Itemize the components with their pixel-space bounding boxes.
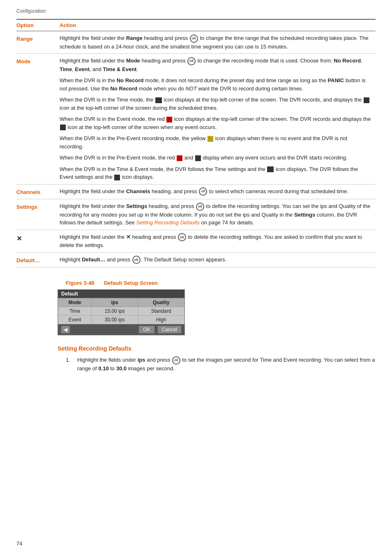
- numbered-list: 1. Highlight the fields under ips and pr…: [66, 356, 376, 372]
- action-paragraph: Highlight the field under the Range head…: [60, 34, 371, 51]
- list-item: 1. Highlight the fields under ips and pr…: [66, 356, 376, 372]
- col-action-header: Action: [60, 19, 376, 31]
- figure-screen: Default Mode ips Quality Time 15.00 ips …: [58, 289, 185, 335]
- figure-title: Figure 3-48 Default Setup Screen: [58, 280, 376, 286]
- fig-cell: Event: [58, 316, 92, 324]
- figure-screen-footer: ◀ OK Cancel: [58, 324, 184, 335]
- fig-col-mode: Mode: [58, 298, 92, 307]
- event-red-icon: [166, 117, 172, 122]
- action-paragraph: When the DVR is in the Time & Event mode…: [60, 165, 371, 181]
- ok-icon: ok: [190, 35, 198, 43]
- step-number: 1.: [66, 356, 73, 372]
- table-row: Default… Highlight Default… and press ok…: [16, 252, 376, 268]
- action-cell: Highlight the field under the Mode headi…: [60, 54, 376, 185]
- action-paragraph: Highlight the field under the ✕ heading …: [60, 233, 371, 249]
- action-cell: Highlight the field under the ✕ heading …: [60, 230, 376, 252]
- back-button[interactable]: ◀: [61, 326, 70, 333]
- time-event-t-icon: [267, 166, 274, 172]
- option-label: Channels: [16, 184, 60, 199]
- record-icon: [364, 97, 369, 103]
- ok-icon: ok: [132, 256, 141, 264]
- action-paragraph: Highlight the field under the Settings h…: [60, 202, 371, 227]
- breadcrumb: Configuration: [16, 8, 376, 14]
- pre-event-yellow-icon: [208, 136, 213, 142]
- fig-cell: 15.00 ips: [92, 307, 138, 316]
- action-paragraph: When the DVR is in the No Record mode, i…: [60, 76, 371, 92]
- fig-cell: Standard: [138, 307, 184, 316]
- ok-icon: ok: [178, 233, 186, 241]
- option-label: Mode: [16, 54, 60, 185]
- action-cell: Highlight Default… and press ok. The Def…: [60, 252, 376, 268]
- figure-label: Figure 3-48: [66, 280, 94, 286]
- figure-caption: Default Setup Screen: [104, 280, 158, 286]
- ok-icon: ok: [199, 187, 207, 196]
- action-paragraph: When the DVR is in the Pre-Event mode, t…: [60, 154, 371, 162]
- ok-icon: ok: [172, 356, 180, 365]
- option-label: Range: [16, 31, 60, 54]
- action-paragraph: Highlight Default… and press ok. The Def…: [60, 256, 371, 264]
- action-cell: Highlight the field under the Settings h…: [60, 199, 376, 230]
- option-label: Default…: [16, 252, 60, 268]
- fig-row-time: Time 15.00 ips Standard: [58, 307, 184, 316]
- section-heading: Setting Recording Defaults: [58, 345, 376, 352]
- fig-row-event: Event 30.00 ips High: [58, 316, 184, 324]
- ok-icon: ok: [187, 57, 196, 65]
- figure-screen-table: Mode ips Quality Time 15.00 ips Standard…: [58, 298, 184, 324]
- x-mark: ✕: [16, 235, 22, 242]
- page-number: 74: [16, 540, 22, 547]
- table-row: Range Highlight the field under the Rang…: [16, 31, 376, 54]
- record-icon: [60, 125, 66, 130]
- fig-col-quality: Quality: [138, 298, 184, 307]
- table-row: ✕ Highlight the field under the ✕ headin…: [16, 230, 376, 252]
- option-label: Settings: [16, 199, 60, 230]
- pre-event-red-icon: [177, 155, 182, 161]
- fig-cell: High: [138, 316, 184, 324]
- action-paragraph: Highlight the field under the Mode headi…: [60, 57, 371, 73]
- time-icon: [155, 97, 162, 103]
- ok-button[interactable]: OK: [139, 326, 154, 333]
- cancel-button[interactable]: Cancel: [158, 326, 181, 333]
- fig-cell: Time: [58, 307, 92, 316]
- step-text: Highlight the fields under ips and press…: [77, 356, 376, 372]
- table-row: Mode Highlight the field under the Mode …: [16, 54, 376, 185]
- pre-event-blk-icon: [195, 155, 201, 161]
- time-event-blk-icon: [114, 175, 120, 180]
- fig-cell: 30.00 ips: [92, 316, 138, 324]
- action-paragraph: When the DVR is in the Time mode, the ic…: [60, 96, 371, 112]
- action-paragraph: Highlight the field under the Channels h…: [60, 187, 371, 196]
- action-cell: Highlight the field under the Range head…: [60, 31, 376, 54]
- action-paragraph: When the DVR is in the Pre-Event recordi…: [60, 134, 371, 150]
- action-paragraph: When the DVR is in the Event mode, the r…: [60, 115, 371, 131]
- figure-section: Figure 3-48 Default Setup Screen Default…: [58, 280, 376, 335]
- option-label: ✕: [16, 230, 60, 252]
- settings-link[interactable]: Setting Recording Defaults: [136, 219, 200, 226]
- figure-screen-header: Default: [58, 290, 184, 298]
- ok-icon: ok: [196, 203, 204, 211]
- action-cell: Highlight the field under the Channels h…: [60, 184, 376, 199]
- main-table: Option Action Range Highlight the field …: [16, 19, 376, 268]
- table-row: Settings Highlight the field under the S…: [16, 199, 376, 230]
- table-row: Channels Highlight the field under the C…: [16, 184, 376, 199]
- fig-col-ips: ips: [92, 298, 138, 307]
- col-option-header: Option: [16, 19, 60, 31]
